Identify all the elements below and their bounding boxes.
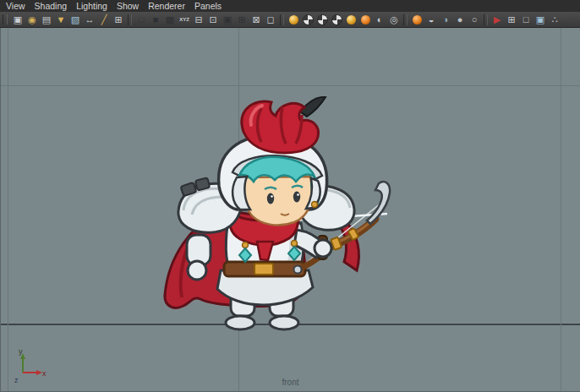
safe-title-icon[interactable]: ◻ [264,14,277,26]
z-axis-label: z [14,376,19,384]
shaded-icon[interactable]: ■ [149,14,162,26]
knight-character[interactable] [145,96,407,341]
motion-blur-icon[interactable] [330,14,343,26]
menu-renderer[interactable]: Renderer [148,0,185,12]
toolbar-separator [128,14,132,25]
menu-lighting[interactable]: Lighting [76,0,107,12]
panel-menu-bar: View Shading Lighting Show Renderer Pane… [0,0,580,12]
menu-shading[interactable]: Shading [35,0,68,12]
viewport[interactable]: front y x z [0,28,580,392]
face [243,177,312,225]
toolbar-grip[interactable] [3,14,8,24]
isolate-select-icon[interactable] [410,14,424,26]
pan-zoom-icon[interactable]: ↔ [83,14,96,26]
left-arm [187,235,211,280]
panel-toolbar: ▣◉▤▼▧↔╱⊞□■▩XYZ⊟⊡▣⊞⊠◻◐◎◒◑●○▶⊞□▣∴ [0,12,580,28]
ipr-icon[interactable]: ◐ [373,14,386,26]
axis-gizmo: y x z [13,347,50,384]
camera-attributes-icon[interactable]: ▤ [40,14,53,26]
grid-line-vertical-left [8,28,8,391]
sphere-display-icon[interactable]: ● [453,14,467,26]
camera-label: front [1,378,580,387]
share-icon[interactable]: ∴ [548,14,561,26]
render-globals-icon[interactable] [344,14,358,26]
texture-sphere-icon[interactable] [358,14,372,26]
grid-line-horizontal-upper [1,85,580,86]
resolution-gate-icon[interactable]: ⊡ [206,14,220,26]
xray-icon[interactable]: ◒ [424,14,438,26]
y-axis-label: y [19,347,23,356]
toolbar-separator [280,14,284,25]
gate-mask-icon[interactable]: ▣ [221,14,234,26]
grid-line-vertical-right [561,28,561,391]
menu-show[interactable]: Show [117,0,139,12]
menu-view[interactable]: View [6,0,25,12]
plane-icon[interactable]: □ [519,14,533,26]
subdiv-grid-icon[interactable]: ⊞ [505,14,518,26]
wireframe-icon[interactable]: □ [134,14,148,26]
image-plane-icon[interactable]: ▧ [68,14,82,26]
shadows-icon[interactable] [301,14,315,26]
safe-action-icon[interactable]: ⊠ [249,14,263,26]
camera-lock-icon[interactable]: ◉ [25,14,39,26]
menu-panels[interactable]: Panels [194,0,222,12]
half-shade-icon[interactable]: ◑ [439,14,452,26]
grease-pencil-icon[interactable]: ╱ [97,14,111,26]
toolbar-separator [403,14,408,25]
ambient-occlusion-icon[interactable] [315,14,329,26]
pick-icon[interactable]: ▶ [490,14,504,26]
snapshot-icon[interactable]: ◎ [387,14,401,26]
toolbar-separator [484,14,488,25]
xyz-icon[interactable]: XYZ [178,14,191,26]
grid-toggle-icon[interactable]: ⊞ [112,14,125,26]
bookmark-icon[interactable]: ▼ [54,14,68,26]
layer-stack-icon[interactable]: ▣ [533,14,547,26]
plume [242,97,326,153]
x-axis-label: x [42,369,47,378]
camera-select-icon[interactable]: ▣ [11,14,25,26]
textured-icon[interactable]: ▩ [163,14,177,26]
maya-panel: View Shading Lighting Show Renderer Pane… [0,0,580,392]
outline-sphere-icon[interactable]: ○ [468,14,481,26]
lighting-icon[interactable] [287,14,300,26]
film-gate-icon[interactable]: ⊟ [192,14,205,26]
field-chart-icon[interactable]: ⊞ [235,14,249,26]
